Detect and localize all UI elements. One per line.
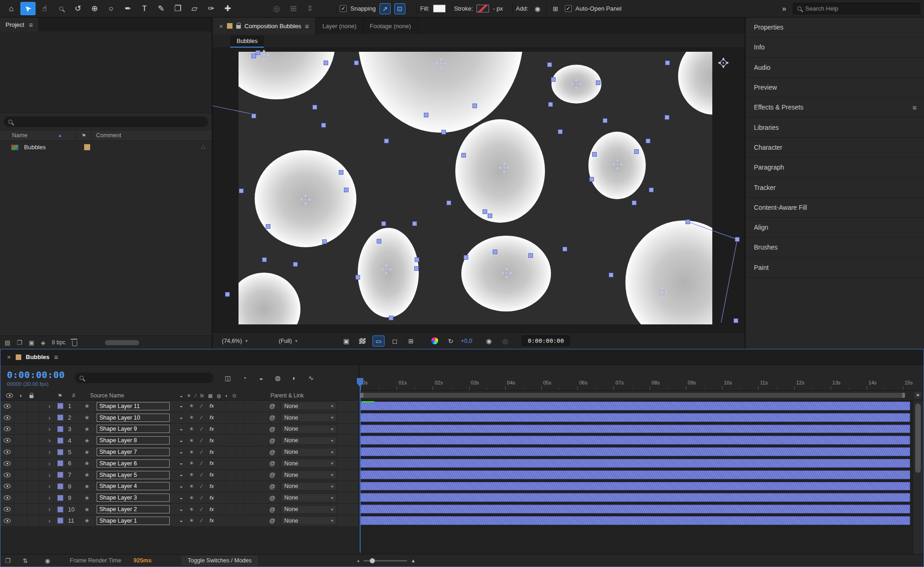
toggle-inout-pane-icon[interactable]: ◉ [45, 555, 50, 567]
video-column-icon[interactable] [6, 390, 13, 401]
layer-duration-bar[interactable] [361, 482, 910, 491]
lock-icon[interactable] [236, 25, 241, 29]
grid-guides-icon[interactable]: ⊞ [405, 335, 417, 347]
panel-tab-info[interactable]: Info [746, 37, 924, 57]
parent-pickwhip-icon[interactable]: @ [267, 515, 278, 526]
effects-icon[interactable]: fx [200, 393, 204, 398]
layer-visibility-toggle[interactable] [0, 435, 14, 446]
clone-stamp-tool[interactable]: ❐ [170, 2, 185, 15]
collapse-toggle-icon[interactable]: ✳ [186, 403, 196, 409]
quality-icon[interactable]: ∕ [195, 393, 196, 398]
parent-pickwhip-icon[interactable]: @ [267, 492, 278, 503]
switch-cells[interactable] [217, 494, 254, 501]
shy-toggle-icon[interactable]: ◒ [176, 403, 186, 409]
shy-toggle-icon[interactable]: ◒ [176, 495, 186, 501]
frame-blending-icon[interactable]: ◍ [272, 372, 283, 383]
3d-layer-icon[interactable]: ⊙ [233, 393, 237, 398]
eraser-tool[interactable]: ▱ [187, 2, 202, 15]
layer-visibility-toggle[interactable] [0, 412, 14, 423]
parent-link-dropdown[interactable]: None▾ [281, 505, 337, 514]
snap-features-icon[interactable]: ⊡ [394, 3, 405, 14]
effects-toggle-icon[interactable]: fx [207, 403, 217, 409]
layer-label-chip[interactable] [55, 481, 65, 492]
brush-tool[interactable]: ✎ [153, 2, 169, 15]
effects-toggle-icon[interactable]: fx [207, 472, 217, 478]
switch-cells[interactable] [217, 471, 254, 479]
quality-toggle-icon[interactable]: ∕ [196, 472, 207, 478]
layer-lock-toggle[interactable] [27, 469, 40, 481]
parent-link-column[interactable]: Parent & Link [270, 390, 304, 401]
layer-expander[interactable]: › [44, 492, 55, 503]
switch-cells[interactable] [217, 425, 254, 433]
layer-label-chip[interactable] [55, 469, 65, 481]
quality-toggle-icon[interactable]: ∕ [196, 415, 207, 421]
layer-lock-toggle[interactable] [27, 424, 40, 435]
effects-toggle-icon[interactable]: fx [207, 506, 217, 512]
work-area-bar[interactable] [361, 393, 905, 398]
resolution-dropdown[interactable]: (Full) ▾ [276, 336, 330, 346]
layer-visibility-toggle[interactable] [0, 481, 14, 492]
shape-tool[interactable]: ○ [104, 2, 119, 15]
layer-label-chip[interactable] [55, 458, 65, 469]
toggle-transfer-controls-icon[interactable]: ⇅ [23, 555, 28, 567]
layer-label-chip[interactable] [55, 424, 65, 435]
layer-audio-toggle[interactable] [14, 412, 27, 423]
tab-layer[interactable]: Layer (none) [316, 18, 363, 34]
collapse-toggle-icon[interactable]: ✳ [186, 506, 196, 512]
zoom-out-icon[interactable]: ▴ [357, 558, 360, 563]
timeline-ruler[interactable]: 0s01s02s03s04s05s06s07s08s09s10s11s12s13… [360, 365, 924, 390]
layer-track[interactable] [360, 446, 912, 458]
panel-tab-content-aware-fill[interactable]: Content-Aware Fill [746, 198, 924, 218]
layer-label-chip[interactable] [55, 401, 65, 412]
trash-icon[interactable] [72, 339, 77, 346]
panel-tab-brushes[interactable]: Brushes [746, 238, 924, 257]
layer-track[interactable] [360, 401, 912, 412]
layer-audio-toggle[interactable] [14, 481, 27, 492]
add-menu-icon[interactable]: ◉ [532, 3, 543, 14]
collapse-toggle-icon[interactable]: ✳ [186, 495, 196, 501]
layer-duration-bar[interactable] [361, 459, 910, 468]
quality-toggle-icon[interactable]: ∕ [196, 438, 207, 444]
layer-row[interactable]: ›6★Shape Layer 6◒✳∕fx@None▾ [0, 458, 359, 469]
layer-name[interactable]: Shape Layer 7 [97, 448, 170, 456]
quality-toggle-icon[interactable]: ∕ [196, 506, 207, 512]
effects-toggle-icon[interactable]: fx [207, 449, 217, 455]
adjustment-layer-icon[interactable]: ◐ [225, 393, 228, 398]
home-button[interactable]: ⌂ [4, 2, 19, 15]
layer-name[interactable]: Shape Layer 4 [97, 482, 170, 490]
collapse-toggle-icon[interactable]: ✳ [186, 449, 196, 455]
panel-menu-icon[interactable]: ≡ [305, 22, 309, 30]
parent-pickwhip-icon[interactable]: @ [267, 458, 278, 469]
collapse-toggle-icon[interactable]: ✳ [186, 438, 196, 444]
panel-menu-icon[interactable]: ≡ [54, 353, 58, 361]
layer-row[interactable]: ›9★Shape Layer 3◒✳∕fx@None▾ [0, 492, 359, 504]
zoom-in-icon[interactable]: ▲ [411, 558, 416, 563]
layer-expander[interactable]: › [44, 469, 55, 481]
shy-toggle-icon[interactable]: ◒ [176, 438, 186, 444]
shy-icon[interactable]: ◒ [180, 393, 183, 398]
panel-open-icon[interactable]: ⊞ [550, 3, 561, 14]
layer-lock-toggle[interactable] [27, 446, 40, 457]
layer-expander[interactable]: › [44, 515, 55, 526]
layer-duration-bar[interactable] [361, 402, 910, 410]
layer-expander[interactable]: › [44, 435, 55, 446]
layer-row[interactable]: ›10★Shape Layer 2◒✳∕fx@None▾ [0, 504, 359, 515]
parent-link-dropdown[interactable]: None▾ [281, 402, 337, 410]
camera-dolly-tool[interactable]: ⇕ [302, 2, 318, 15]
layer-track[interactable] [360, 492, 912, 504]
layer-row[interactable]: ›7★Shape Layer 5◒✳∕fx@None▾ [0, 469, 359, 481]
effects-toggle-icon[interactable]: fx [207, 495, 217, 501]
current-time-indicator-line[interactable] [360, 386, 361, 553]
panel-tab-align[interactable]: Align [746, 218, 924, 238]
panel-menu-icon[interactable]: ≡ [29, 21, 33, 29]
number-column[interactable]: # [72, 390, 75, 401]
switch-cells[interactable] [217, 506, 254, 513]
lock-column-icon[interactable] [29, 390, 34, 401]
layer-lock-toggle[interactable] [27, 515, 40, 526]
layer-track[interactable] [360, 481, 912, 493]
label-color-chip[interactable] [84, 144, 90, 150]
parent-pickwhip-icon[interactable]: @ [267, 446, 278, 457]
mini-flowchart-icon[interactable]: ◫ [222, 372, 233, 383]
tab-footage[interactable]: Footage (none) [363, 18, 418, 34]
panel-tab-paint[interactable]: Paint [746, 258, 924, 278]
